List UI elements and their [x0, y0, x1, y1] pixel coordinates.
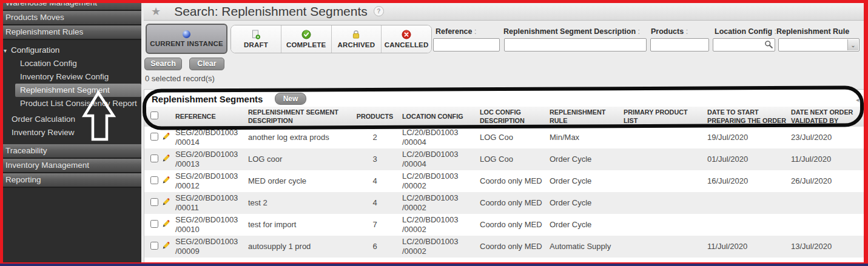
sidebar-item-reporting[interactable]: Reporting — [0, 173, 141, 188]
sidebar-item-inventory-review[interactable]: Inventory Review — [0, 126, 141, 139]
products-label: Products : — [651, 27, 688, 36]
column-header-reference: REFERENCE — [175, 113, 248, 121]
edit-pencil-icon[interactable] — [161, 198, 170, 207]
column-header-replenishment-rule: REPLENISHMENT RULE — [550, 108, 624, 125]
products-input[interactable] — [650, 38, 709, 52]
column-header-date-to-start: DATE TO START PREPARING THE ORDER — [707, 108, 791, 125]
sidebar-item-replenishment-rules[interactable]: Replenishment Rules — [0, 25, 141, 40]
location-config-field — [713, 38, 775, 52]
cell-products: 6 — [352, 242, 402, 251]
sidebar-item-inventory-review-config[interactable]: Inventory Review Config — [0, 70, 141, 84]
sidebar-item-replenishment-segment[interactable]: Replenishment Segment — [15, 84, 141, 97]
segment-description-input[interactable] — [504, 38, 647, 52]
table-row[interactable]: SEG/20/BD01003 /00010 test for import 7 … — [144, 214, 864, 236]
filter-cancelled-button[interactable]: CANCELLED — [381, 25, 431, 53]
sidebar-item-warehouse-management[interactable]: Warehouse Management — [0, 0, 141, 11]
cell-date-to-start: 19/Jul/2020 — [707, 133, 791, 142]
replenishment-rule-select[interactable]: ⌄ — [778, 38, 860, 52]
app-window: Warehouse ManagementProducts MovesReplen… — [0, 0, 868, 266]
search-button[interactable]: Search — [144, 58, 182, 70]
cell-reference: SEG/20/BD01003 /00013 — [175, 150, 248, 168]
cell-reference: SEG/20/BD01003 /00014 — [175, 128, 248, 147]
edit-pencil-icon[interactable] — [161, 219, 170, 228]
table-row[interactable]: SEG/20/BD01003 /00013 LOG coor 3 LC/20/B… — [144, 148, 864, 170]
new-button[interactable]: New — [275, 93, 306, 105]
edit-pencil-icon[interactable] — [161, 241, 170, 250]
cell-location-config: LC/20/BD01003 /00002 — [402, 237, 480, 256]
cell-loc-config-description: LOG Coo — [480, 133, 550, 142]
edit-pencil-icon[interactable] — [161, 132, 170, 141]
column-header-description: REPLENISHMENT SEGMENT DESCRIPTION — [248, 108, 352, 125]
table-row[interactable]: SEG/20/BD01003 /00014 another log extra … — [144, 127, 864, 148]
cell-replenishment-rule: Automatic Supply — [550, 242, 624, 251]
cell-replenishment-rule: Order Cycle — [550, 220, 624, 230]
cell-products: 4 — [352, 176, 402, 186]
replenishment-segments-panel: Replenishment Segments New ◂ REFERENCE R… — [144, 89, 864, 266]
cell-description: autosupply 1 prod — [248, 242, 352, 251]
selection-status: 0 selected record(s) — [145, 74, 215, 83]
current-instance-icon — [183, 30, 190, 38]
cell-date-to-start: 01/Jul/2020 — [707, 155, 791, 164]
sidebar-item-traceability[interactable]: Traceability — [0, 144, 141, 159]
sidebar-item-product-list-consistency-report[interactable]: Product List Consistency Report — [0, 97, 141, 110]
cell-description: LOG coor — [248, 155, 352, 164]
table-row[interactable]: SEG/20/BD01003 /00011 test 2 4 LC/20/BD0… — [144, 192, 864, 214]
sidebar: Warehouse ManagementProducts MovesReplen… — [0, 0, 141, 266]
archived-lock-icon — [351, 30, 361, 39]
segment-description-label: Replenishment Segment Description : — [503, 27, 640, 36]
row-checkbox[interactable] — [150, 176, 158, 184]
reference-input[interactable] — [433, 38, 500, 52]
row-checkbox[interactable] — [150, 155, 158, 162]
filter-archived-button[interactable]: ARCHIVED — [331, 25, 382, 53]
row-checkbox[interactable] — [150, 242, 158, 250]
draft-page-icon — [251, 30, 261, 39]
replenishment-rule-label: Replenishment Rule — [776, 27, 849, 36]
cell-date-next-order: 13/Jul/2020 — [791, 242, 863, 251]
sidebar-item-products-moves[interactable]: Products Moves — [0, 11, 141, 25]
filter-complete-button[interactable]: COMPLETE — [281, 25, 331, 53]
sidebar-item-configuration[interactable]: ▾Configuration — [0, 44, 141, 57]
cell-reference: SEG/20/BD01003 /00010 — [175, 215, 248, 234]
clear-button[interactable]: Clear — [189, 58, 224, 70]
cell-replenishment-rule: Order Cycle — [550, 198, 624, 208]
table-body: SEG/20/BD01003 /00014 another log extra … — [144, 127, 864, 258]
cell-loc-config-description: LOG Coo — [480, 155, 550, 164]
cell-loc-config-description: Coordo only MED — [480, 220, 550, 230]
cell-reference: SEG/20/BD01003 /00011 — [175, 193, 248, 212]
cell-date-to-start: 16/Jul/2020 — [707, 176, 791, 186]
row-checkbox[interactable] — [150, 220, 158, 228]
collapse-panel-icon[interactable]: ◂ — [856, 97, 859, 103]
cell-description: test 2 — [248, 198, 352, 208]
column-header-loc-config-description: LOC CONFIG DESCRIPTION — [480, 108, 550, 125]
favorite-star-icon[interactable]: ★ — [151, 6, 161, 17]
filter-current-instance-button[interactable]: CURRENT INSTANCE — [146, 24, 227, 54]
sidebar-item-inventory-management[interactable]: Inventory Management — [0, 159, 141, 173]
cell-date-next-order: 26/Jul/2020 — [791, 176, 863, 186]
column-header-products: PRODUCTS — [352, 113, 402, 121]
filter-draft-button[interactable]: DRAFT — [231, 25, 281, 53]
cell-loc-config-description: Coordo only MED — [480, 242, 550, 251]
edit-pencil-icon[interactable] — [161, 154, 170, 163]
cell-location-config: LC/20/BD01003 /00004 — [402, 150, 480, 168]
row-checkbox[interactable] — [150, 133, 158, 141]
cell-replenishment-rule: Min/Max — [550, 133, 624, 142]
edit-pencil-icon[interactable] — [161, 176, 170, 185]
cell-products: 2 — [352, 133, 402, 142]
column-header-date-next-order: DATE NEXT ORDER VALIDATED BY — [791, 108, 863, 125]
search-magnifier-icon[interactable] — [764, 40, 773, 49]
table-row[interactable]: SEG/20/BD01003 /00009 autosupply 1 prod … — [144, 236, 864, 258]
table-header-row: REFERENCE REPLENISHMENT SEGMENT DESCRIPT… — [144, 107, 864, 127]
row-checkbox[interactable] — [150, 198, 158, 206]
sidebar-item-location-config[interactable]: Location Config — [0, 57, 141, 70]
table-row[interactable]: SEG/20/BD01003 /00012 MED order cycle 4 … — [144, 170, 864, 192]
help-icon[interactable]: ? — [374, 6, 384, 16]
location-config-label: Location Config : — [715, 27, 776, 36]
cell-loc-config-description: Coordo only MED — [480, 198, 550, 208]
sidebar-item-order-calculation[interactable]: Order Calculation — [0, 113, 141, 126]
cell-loc-config-description: Coordo only MED — [480, 176, 550, 186]
column-header-primary-product-list: PRIMARY PRODUCT LIST — [624, 108, 707, 125]
cell-location-config: LC/20/BD01003 /00002 — [402, 193, 480, 212]
select-all-checkbox[interactable] — [150, 111, 158, 119]
chevron-down-icon: ⌄ — [847, 39, 858, 50]
cell-products: 3 — [352, 155, 402, 164]
